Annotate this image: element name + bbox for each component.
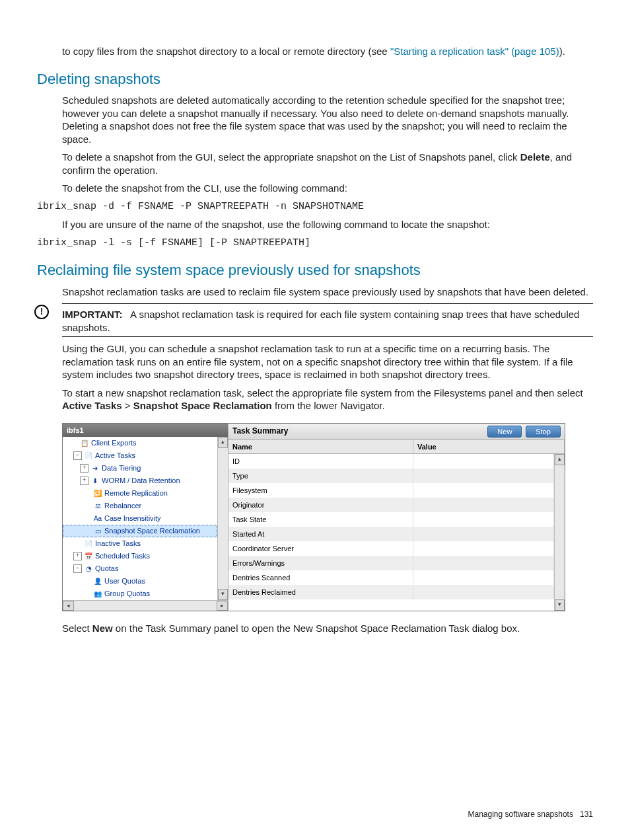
cell-name: Started At [228,527,413,541]
rule-bottom [62,336,593,337]
tree-item-group-quotas[interactable]: 👥Group Quotas [63,588,217,600]
tree-item-client-exports[interactable]: 📋Client Exports [63,437,217,449]
table-row[interactable]: Dentries Scanned [228,570,554,585]
table-row[interactable]: Started At [228,527,554,541]
tree-node-icon: 👤 [93,576,102,586]
table-row[interactable]: Dentries Reclaimed [228,585,554,599]
tree-node-icon: ◔ [84,564,93,573]
code-snap-list: ibrix_snap -l -s [-f FSNAME] [-P SNAPTRE… [37,237,593,250]
tree-item-label: WORM / Data Retention [102,476,180,485]
cell-name: Dentries Scanned [228,570,413,585]
tree-node-icon: ⚖ [93,501,102,510]
tree-item-rebalancer[interactable]: ⚖Rebalancer [63,500,217,512]
tree-horiz-scrollbar[interactable]: ◂ ▸ [63,600,228,611]
tree-item-remote-replication[interactable]: 🔁Remote Replication [63,487,217,500]
grid-rows: IDTypeFilesystemOriginatorTask StateStar… [228,454,554,611]
table-row[interactable]: Originator [228,498,554,512]
scroll-right-button[interactable]: ▸ [217,601,228,611]
tree-vert-scrollbar[interactable]: ▴ ▾ [217,437,228,600]
scroll-left-button[interactable]: ◂ [63,601,74,611]
tree-item-user-quotas[interactable]: 👤User Quotas [63,575,217,588]
gui-screenshot: ibfs1 📋Client Exports−📄Active Tasks+➜Dat… [62,423,565,611]
rec-p3e: from the lower Navigator. [272,400,385,411]
cell-value [413,527,554,541]
tree-item-scheduled-tasks[interactable]: +📅Scheduled Tasks [63,550,217,562]
tree-item-label: Case Insensitivity [104,514,161,523]
col-value[interactable]: Value [413,440,565,453]
task-summary-header: Task Summary New Stop [228,424,565,440]
tree-item-worm-data-retention[interactable]: +⬇WORM / Data Retention [63,475,217,487]
table-row[interactable]: Filesystem [228,483,554,498]
tree-item-label: Snapshot Space Reclamation [104,526,200,535]
cell-name: Filesystem [228,483,413,498]
col-name[interactable]: Name [228,440,413,453]
tree-toggle-icon[interactable]: + [80,477,88,485]
cell-value [413,483,554,498]
tree-item-label: Rebalancer [104,501,141,510]
stop-button[interactable]: Stop [526,426,561,438]
task-summary-title: Task Summary [232,426,483,437]
grid-header: Name Value [228,440,565,454]
tree-item-label: Quotas [95,564,118,573]
tree-item-label: Active Tasks [95,451,135,460]
tree-item-label: Client Exports [91,438,136,447]
cell-name: Errors/Warnings [228,556,413,570]
tree-toggle-icon[interactable]: − [73,564,82,573]
del-p4: If you are unsure of the name of the sna… [62,218,593,231]
important-block: ! IMPORTANT: A snapshot reclamation task… [62,303,593,337]
intro-text-end: ). [559,46,565,57]
replication-link[interactable]: "Starting a replication task" (page 105) [390,46,559,57]
table-row[interactable]: Type [228,469,554,483]
after-gui-para: Select New on the Task Summary panel to … [62,622,593,635]
navigator-tree[interactable]: 📋Client Exports−📄Active Tasks+➜Data Tier… [63,437,217,600]
del-p3: To delete the snapshot from the CLI, use… [62,182,593,195]
scroll-track-h[interactable] [74,601,217,611]
tree-item-quotas[interactable]: −◔Quotas [63,562,217,575]
tree-item-inactive-tasks[interactable]: 📄Inactive Tasks [63,537,217,550]
tree-item-snapshot-space-reclamation[interactable]: ▭Snapshot Space Reclamation [63,525,217,537]
important-icon: ! [34,305,49,319]
cell-value [413,541,554,556]
cell-value [413,570,554,585]
table-row[interactable]: ID [228,454,554,469]
tree-item-label: Group Quotas [104,589,150,598]
delete-bold: Delete [520,151,550,163]
tree-item-data-tiering[interactable]: +➜Data Tiering [63,462,217,475]
page: to copy files from the snapshot director… [0,0,630,840]
scroll-up-button[interactable]: ▴ [218,437,228,448]
rec-p2: Using the GUI, you can schedule a snapsh… [62,342,593,381]
table-row[interactable]: Coordinator Server [228,541,554,556]
grid-scroll-down-button[interactable]: ▾ [555,599,565,611]
tree-item-label: Scheduled Tasks [95,551,150,560]
grid-scroll-up-button[interactable]: ▴ [555,454,565,465]
tree-node-icon: ▭ [93,526,102,535]
page-number: 131 [580,810,593,819]
tree-item-active-tasks[interactable]: −📄Active Tasks [63,449,217,462]
grid-vert-scrollbar[interactable]: ▴ ▾ [554,454,565,611]
tree-node-icon: 📅 [84,551,93,560]
tree-item-label: User Quotas [104,576,145,586]
after-a: Select [62,623,92,634]
grid-scroll-track[interactable] [555,465,565,599]
rec-p3a: To start a new snapshot reclamation task… [62,387,583,399]
table-row[interactable]: Task State [228,512,554,527]
tree-toggle-icon[interactable]: + [73,552,82,560]
important-label: IMPORTANT: [62,309,122,320]
cell-name: Dentries Reclaimed [228,585,413,599]
table-row[interactable]: Errors/Warnings [228,556,554,570]
tree-toggle-icon[interactable]: + [80,464,88,473]
tree-node-icon: 🔁 [93,488,102,498]
navigator-title: ibfs1 [63,424,228,437]
after-c: on the Task Summary panel to open the Ne… [113,623,520,634]
scroll-down-button[interactable]: ▾ [218,589,228,600]
tree-item-case-insensitivity[interactable]: AaCase Insensitivity [63,512,217,525]
cell-value [413,512,554,527]
new-button[interactable]: New [487,426,522,438]
tree-toggle-icon[interactable]: − [73,451,82,460]
tree-node-icon: 👥 [93,589,102,598]
del-p2a: To delete a snapshot from the GUI, selec… [62,151,520,163]
cell-value [413,498,554,512]
rec-p1: Snapshot reclamation tasks are used to r… [62,286,593,299]
cell-value [413,585,554,599]
scroll-track[interactable] [218,448,228,589]
